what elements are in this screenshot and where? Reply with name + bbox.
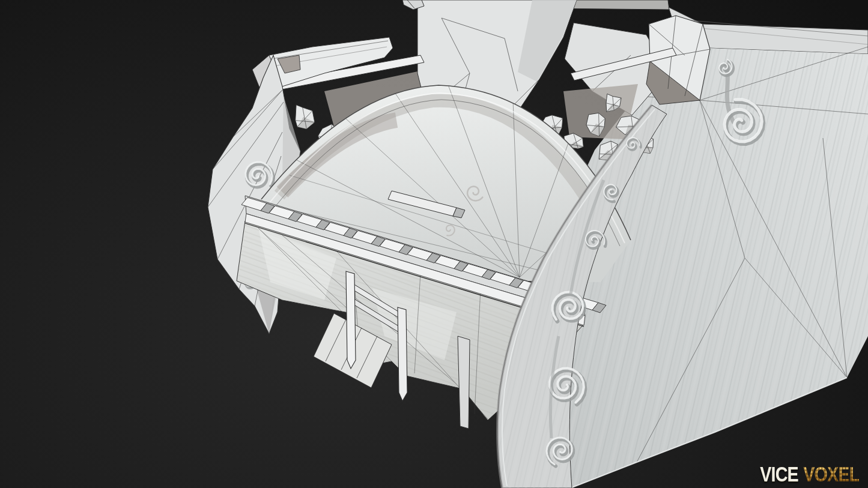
brand-word-vice: VICE [760, 462, 798, 486]
ladder-post-left [346, 271, 356, 369]
viewer-canvas[interactable]: VICEVOXEL [0, 0, 868, 488]
under-support-beam [458, 336, 470, 429]
brand-word-voxel: VOXEL [803, 462, 859, 486]
ladder-post-right [398, 307, 407, 401]
wireframe-model-render [0, 0, 868, 488]
brand-watermark[interactable]: VICEVOXEL [760, 463, 859, 484]
